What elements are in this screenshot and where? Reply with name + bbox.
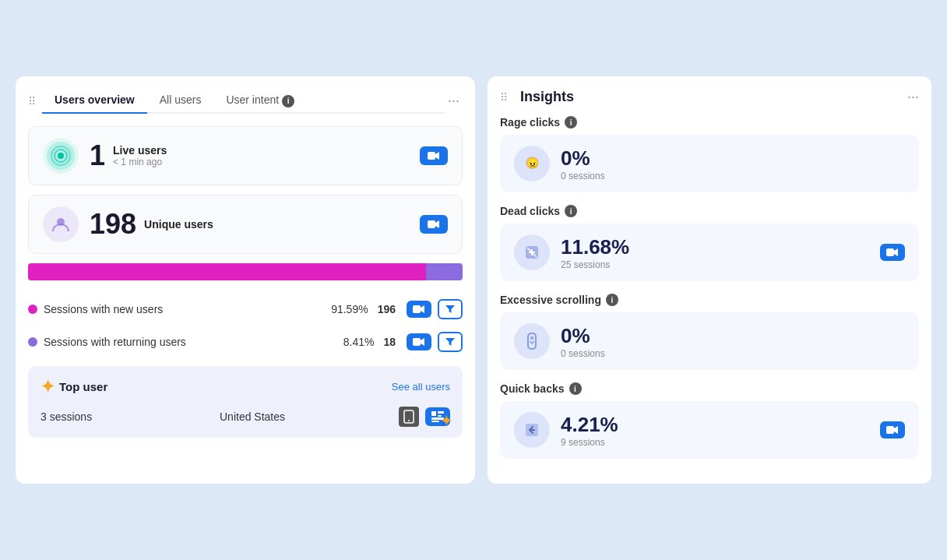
top-user-sessions: 3 sessions [40,410,210,423]
top-user-header: ✦ Top user See all users [40,377,450,397]
dead-clicks-icon [514,234,550,270]
top-user-country: United States [220,410,389,423]
svg-point-0 [51,146,70,165]
svg-rect-5 [428,220,435,228]
progress-bar-returning [426,263,463,280]
rage-clicks-section: Rage clicks i 😠 0% 0 sessions [500,116,919,192]
excessive-scrolling-sessions: 0 sessions [561,348,605,359]
new-users-label: Sessions with new users [44,303,331,315]
quick-backs-values: 4.21% 9 sessions [561,413,618,448]
new-users-video-btn[interactable] [407,301,431,318]
svg-text:😠: 😠 [526,157,540,170]
quick-backs-icon [514,412,550,448]
live-users-labels: Live users < 1 min ago [113,144,167,167]
new-users-filter-btn[interactable] [438,299,463,319]
insights-title: Insights [520,89,574,105]
svg-rect-19 [528,333,536,349]
live-users-number: 1 [90,139,105,172]
unique-users-labels: Unique users [144,218,213,231]
excessive-scrolling-icon [514,323,550,359]
returning-users-label: Sessions with returning users [44,336,343,348]
rage-clicks-label: Rage clicks i [500,116,919,129]
new-users-actions [407,299,463,319]
rage-clicks-info-icon[interactable]: i [565,116,577,129]
svg-rect-3 [428,152,435,160]
star-icon-top: ✦ [40,377,55,397]
excessive-scrolling-info-icon[interactable]: i [606,294,618,306]
quick-backs-section: Quick backs i 4.21% 9 sessions [500,382,919,459]
rage-clicks-card: 😠 0% 0 sessions [500,135,919,192]
tab-user-intent[interactable]: User intent i [213,89,307,114]
see-all-users-link[interactable]: See all users [392,381,450,393]
insights-panel: ⠿ Insights ··· Rage clicks i 😠 0% 0 sess [488,76,931,484]
unique-users-label: Unique users [144,218,213,231]
dead-clicks-card: 11.68% 25 sessions [500,224,919,281]
new-users-pct: 91.59% [331,303,368,315]
drag-icon[interactable]: ⠿ [28,95,36,107]
live-users-icon-wrap [43,138,79,174]
tab-all-users[interactable]: All users [147,89,214,114]
svg-rect-14 [431,421,439,422]
unique-users-video-btn[interactable] [420,215,448,234]
user-intent-info-icon[interactable]: i [282,95,294,107]
svg-rect-10 [431,411,436,416]
svg-point-9 [408,420,410,421]
top-user-title: ✦ Top user [40,377,107,397]
unique-users-number: 198 [90,208,136,241]
live-users-video-btn[interactable] [420,146,448,165]
panel-header: ⠿ Users overview All users User intent i… [28,89,463,114]
quick-backs-sessions: 9 sessions [561,437,618,448]
left-more-menu[interactable]: ··· [445,90,463,112]
returning-users-filter-btn[interactable] [438,332,463,352]
unique-users-card: 198 Unique users [28,195,463,254]
svg-rect-22 [886,426,894,434]
sessions-progress-bar [28,263,463,280]
top-user-section: ✦ Top user See all users 3 sessions Unit… [28,366,463,438]
returning-users-actions [407,332,463,352]
star-icon-bottom: ✦ [440,411,453,430]
live-users-sublabel: < 1 min ago [113,157,167,167]
rage-clicks-sessions: 0 sessions [561,171,605,181]
svg-point-1 [55,150,67,162]
users-overview-panel: ⠿ Users overview All users User intent i… [16,76,475,484]
quick-backs-info-icon[interactable]: i [569,382,582,395]
insights-header: ⠿ Insights ··· [500,89,919,105]
excessive-scrolling-card: 0% 0 sessions [500,312,919,370]
dead-clicks-section: Dead clicks i 11.68% 25 sessions [500,205,919,281]
new-users-count: 196 [378,303,396,315]
dead-clicks-values: 11.68% 25 sessions [561,235,629,270]
svg-point-2 [58,153,64,159]
svg-rect-18 [886,248,894,256]
top-user-row: 3 sessions United States [40,407,450,427]
dead-clicks-sessions: 25 sessions [561,259,629,270]
session-row-new: Sessions with new users 91.59% 196 [28,293,463,326]
progress-bar-new [28,263,426,280]
session-row-returning: Sessions with returning users 8.41% 18 [28,326,463,358]
svg-rect-7 [413,338,421,346]
insights-drag-icon[interactable]: ⠿ [500,91,508,104]
new-users-dot [28,305,37,314]
rage-clicks-value: 0% [561,146,605,171]
tab-users-overview[interactable]: Users overview [42,89,147,114]
quick-backs-video-btn[interactable] [880,421,905,438]
dead-clicks-label: Dead clicks i [500,205,919,217]
quick-backs-label: Quick backs i [500,382,919,395]
live-pulse-icon [50,145,72,167]
tab-list: Users overview All users User intent i [42,89,445,114]
rage-clicks-icon: 😠 [514,146,550,181]
svg-rect-6 [413,305,421,313]
insights-more-menu[interactable]: ··· [907,89,919,105]
quick-backs-card: 4.21% 9 sessions [500,401,919,459]
dead-clicks-value: 11.68% [561,235,629,259]
dead-clicks-video-btn[interactable] [880,244,905,261]
returning-users-video-btn[interactable] [407,333,431,350]
returning-users-dot [28,337,37,347]
returning-users-pct: 8.41% [343,336,375,348]
returning-users-count: 18 [383,336,396,348]
excessive-scrolling-label: Excessive scrolling i [500,294,919,306]
unique-users-icon-wrap [43,206,79,242]
live-users-label: Live users [113,144,167,157]
excessive-scrolling-value: 0% [561,324,605,348]
dead-clicks-info-icon[interactable]: i [565,205,577,217]
rage-clicks-values: 0% 0 sessions [561,146,605,181]
